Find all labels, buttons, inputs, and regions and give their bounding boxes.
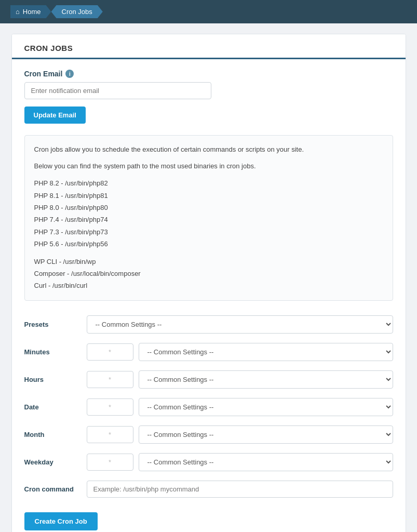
hours-input[interactable]: [87, 371, 133, 388]
minutes-label: Minutes: [24, 348, 87, 356]
date-controls: -- Common Settings --: [87, 398, 393, 416]
main-card: CRON JOBS Cron Email i Update Email Cron…: [11, 34, 406, 532]
card-header: CRON JOBS: [12, 34, 406, 59]
php-entry: PHP 8.2 - /usr/bin/php82: [34, 177, 383, 189]
minutes-input[interactable]: [87, 343, 133, 361]
update-email-button[interactable]: Update Email: [24, 107, 86, 124]
php-entry: PHP 7.3 - /usr/bin/php73: [34, 226, 383, 238]
date-row: Date -- Common Settings --: [24, 398, 393, 416]
date-input[interactable]: [87, 398, 133, 416]
hours-label: Hours: [24, 376, 87, 383]
month-row: Month -- Common Settings --: [24, 425, 393, 444]
info-icon[interactable]: i: [65, 70, 74, 78]
card-body: Cron Email i Update Email Cron jobs allo…: [12, 59, 406, 532]
minutes-controls: -- Common Settings --: [87, 343, 393, 361]
hours-select[interactable]: -- Common Settings --: [139, 370, 393, 389]
tools-list: WP CLI - /usr/bin/wpComposer - /usr/loca…: [34, 256, 383, 292]
info-line2: Below you can find the system path to th…: [34, 161, 383, 172]
email-input[interactable]: [24, 82, 211, 99]
php-entry: PHP 5.6 - /usr/bin/php56: [34, 238, 383, 250]
tool-entry: Curl - /usr/bin/curl: [34, 280, 383, 291]
hours-row: Hours -- Common Settings --: [24, 370, 393, 389]
cron-command-controls: [87, 481, 393, 498]
weekday-label: Weekday: [24, 458, 87, 466]
weekday-controls: -- Common Settings --: [87, 453, 393, 471]
month-label: Month: [24, 431, 87, 438]
month-select[interactable]: -- Common Settings --: [139, 425, 393, 444]
home-icon: ⌂: [16, 8, 20, 16]
presets-row: Presets -- Common Settings --: [24, 315, 393, 334]
presets-controls: -- Common Settings --: [87, 315, 393, 334]
tool-entry: Composer - /usr/local/bin/composer: [34, 268, 383, 280]
info-line1: Cron jobs allow you to schedule the exec…: [34, 144, 383, 155]
breadcrumb-current[interactable]: Cron Jobs: [51, 5, 103, 18]
php-entry: PHP 7.4 - /usr/bin/php74: [34, 214, 383, 225]
page-title: CRON JOBS: [24, 44, 393, 52]
minutes-select[interactable]: -- Common Settings --: [139, 343, 393, 361]
breadcrumb-bar: ⌂ Home Cron Jobs: [0, 0, 417, 23]
breadcrumb-home[interactable]: ⌂ Home: [10, 5, 51, 18]
php-entry: PHP 8.0 - /usr/bin/php80: [34, 202, 383, 214]
weekday-input[interactable]: [87, 454, 133, 471]
cron-command-input[interactable]: [87, 481, 393, 498]
weekday-select[interactable]: -- Common Settings --: [139, 453, 393, 471]
month-controls: -- Common Settings --: [87, 425, 393, 444]
hours-controls: -- Common Settings --: [87, 370, 393, 389]
breadcrumb-current-label: Cron Jobs: [62, 8, 92, 16]
cron-email-label: Cron Email i: [24, 70, 393, 78]
php-entry: PHP 8.1 - /usr/bin/php81: [34, 190, 383, 202]
presets-label: Presets: [24, 321, 87, 328]
php-list: PHP 8.2 - /usr/bin/php82PHP 8.1 - /usr/b…: [34, 177, 383, 250]
date-select[interactable]: -- Common Settings --: [139, 398, 393, 416]
minutes-row: Minutes -- Common Settings --: [24, 343, 393, 361]
cron-command-label: Cron command: [24, 485, 87, 493]
create-cron-job-button[interactable]: Create Cron Job: [24, 512, 98, 530]
weekday-row: Weekday -- Common Settings --: [24, 453, 393, 471]
breadcrumb-home-label: Home: [23, 8, 41, 16]
info-box: Cron jobs allow you to schedule the exec…: [24, 135, 393, 301]
cron-command-row: Cron command: [24, 481, 393, 498]
presets-select[interactable]: -- Common Settings --: [87, 315, 393, 334]
tool-entry: WP CLI - /usr/bin/wp: [34, 256, 383, 268]
month-input[interactable]: [87, 426, 133, 443]
date-label: Date: [24, 403, 87, 411]
